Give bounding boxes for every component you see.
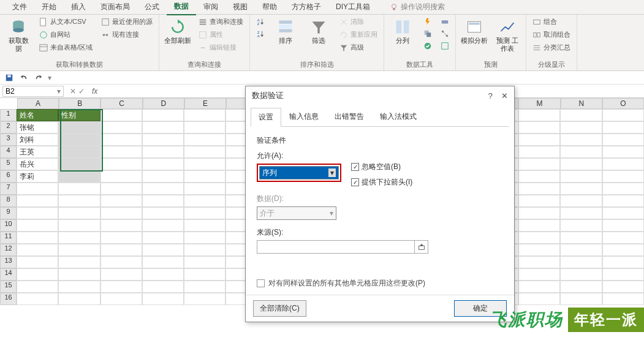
- cell[interactable]: [100, 170, 142, 183]
- cell[interactable]: 岳兴: [17, 158, 58, 170]
- cell[interactable]: 刘科: [17, 134, 58, 146]
- recent-sources-button[interactable]: 最近使用的源: [99, 16, 155, 28]
- cell[interactable]: [602, 232, 644, 244]
- row-header[interactable]: 8: [0, 195, 17, 207]
- cell[interactable]: [58, 293, 100, 305]
- cell[interactable]: 张铭: [17, 121, 58, 134]
- cell[interactable]: [602, 256, 644, 268]
- cell[interactable]: [58, 170, 100, 183]
- cell[interactable]: [100, 256, 142, 268]
- close-button[interactable]: ✕: [501, 91, 508, 100]
- refresh-all-button[interactable]: 全部刷新: [163, 16, 192, 47]
- cell[interactable]: [184, 134, 225, 146]
- cell[interactable]: [184, 293, 225, 305]
- fx-icon[interactable]: fx: [88, 87, 97, 96]
- tab-layout[interactable]: 页面布局: [93, 0, 137, 15]
- cell[interactable]: [17, 219, 58, 232]
- row-header[interactable]: 3: [0, 134, 17, 146]
- cell[interactable]: [100, 232, 142, 244]
- name-box-input[interactable]: [6, 87, 42, 96]
- cell[interactable]: [518, 134, 560, 146]
- cell[interactable]: [184, 268, 225, 281]
- cell[interactable]: [100, 268, 142, 281]
- cell[interactable]: [142, 121, 184, 134]
- advanced-filter-button[interactable]: 高级: [337, 42, 380, 53]
- cell[interactable]: [518, 183, 560, 195]
- forecast-button[interactable]: 预测 工作表: [493, 16, 522, 55]
- ungroup-button[interactable]: 取消组合: [530, 29, 573, 40]
- cell[interactable]: [518, 244, 560, 256]
- cell[interactable]: [58, 281, 100, 293]
- source-input[interactable]: [257, 241, 414, 253]
- row-header[interactable]: 5: [0, 158, 17, 170]
- name-box[interactable]: ▾: [2, 86, 64, 97]
- cell[interactable]: [142, 109, 184, 121]
- enter-formula-icon[interactable]: ✓: [78, 87, 85, 96]
- cell[interactable]: [184, 146, 225, 158]
- group-button[interactable]: 组合: [530, 16, 573, 28]
- cell[interactable]: [100, 281, 142, 293]
- row-header[interactable]: 13: [0, 256, 17, 268]
- cell[interactable]: [58, 158, 100, 170]
- cell[interactable]: [100, 207, 142, 219]
- cell[interactable]: [184, 109, 225, 121]
- apply-all-checkbox[interactable]: [257, 279, 265, 287]
- cell[interactable]: [142, 256, 184, 268]
- dtab-ime[interactable]: 输入法模式: [372, 107, 425, 126]
- row-header[interactable]: 15: [0, 281, 17, 293]
- tab-insert[interactable]: 插入: [64, 0, 93, 15]
- cell[interactable]: [142, 207, 184, 219]
- cell[interactable]: [602, 195, 644, 207]
- redo-button[interactable]: [33, 72, 44, 83]
- col-header[interactable]: N: [561, 98, 602, 109]
- queries-connections-button[interactable]: 查询和连接: [196, 16, 246, 28]
- allow-select[interactable]: 序列 ▾: [259, 166, 339, 179]
- cell[interactable]: [100, 134, 142, 146]
- cell[interactable]: [518, 219, 560, 232]
- cell[interactable]: [602, 268, 644, 281]
- cell[interactable]: [58, 219, 100, 232]
- cell[interactable]: [100, 121, 142, 134]
- cell[interactable]: [184, 232, 225, 244]
- cell[interactable]: [602, 207, 644, 219]
- tab-home[interactable]: 开始: [34, 0, 64, 15]
- clear-all-button[interactable]: 全部清除(C): [253, 300, 306, 317]
- cell[interactable]: [602, 134, 644, 146]
- cell[interactable]: [560, 158, 602, 170]
- tab-review[interactable]: 审阅: [196, 0, 225, 15]
- cell[interactable]: [100, 293, 142, 305]
- cell[interactable]: [100, 219, 142, 232]
- cell[interactable]: [602, 219, 644, 232]
- cell[interactable]: [560, 134, 602, 146]
- cell[interactable]: [142, 158, 184, 170]
- row-header[interactable]: 16: [0, 293, 17, 305]
- cell[interactable]: [58, 195, 100, 207]
- cell[interactable]: [560, 219, 602, 232]
- cell[interactable]: [184, 170, 225, 183]
- row-header[interactable]: 1: [0, 109, 17, 121]
- cell[interactable]: [17, 183, 58, 195]
- tab-help[interactable]: 帮助: [255, 0, 284, 15]
- cell[interactable]: [560, 195, 602, 207]
- tab-formulas[interactable]: 公式: [137, 0, 167, 15]
- cell[interactable]: [58, 121, 100, 134]
- cell[interactable]: [184, 281, 225, 293]
- row-header[interactable]: 12: [0, 244, 17, 256]
- cell[interactable]: [560, 244, 602, 256]
- range-picker-button[interactable]: [414, 241, 428, 253]
- cancel-formula-icon[interactable]: ✕: [70, 87, 76, 96]
- cell[interactable]: [518, 268, 560, 281]
- cell[interactable]: [142, 281, 184, 293]
- cell[interactable]: [518, 281, 560, 293]
- get-data-button[interactable]: 获取数 据: [4, 16, 33, 55]
- cell[interactable]: [184, 158, 225, 170]
- cell[interactable]: 李莉: [17, 170, 58, 183]
- cell[interactable]: [142, 232, 184, 244]
- cell[interactable]: [184, 121, 225, 134]
- cell[interactable]: 王英: [17, 146, 58, 158]
- cell[interactable]: [518, 109, 560, 121]
- undo-button[interactable]: [18, 72, 29, 83]
- row-header[interactable]: 7: [0, 183, 17, 195]
- row-header[interactable]: 9: [0, 207, 17, 219]
- tab-diy[interactable]: DIY工具箱: [328, 0, 377, 15]
